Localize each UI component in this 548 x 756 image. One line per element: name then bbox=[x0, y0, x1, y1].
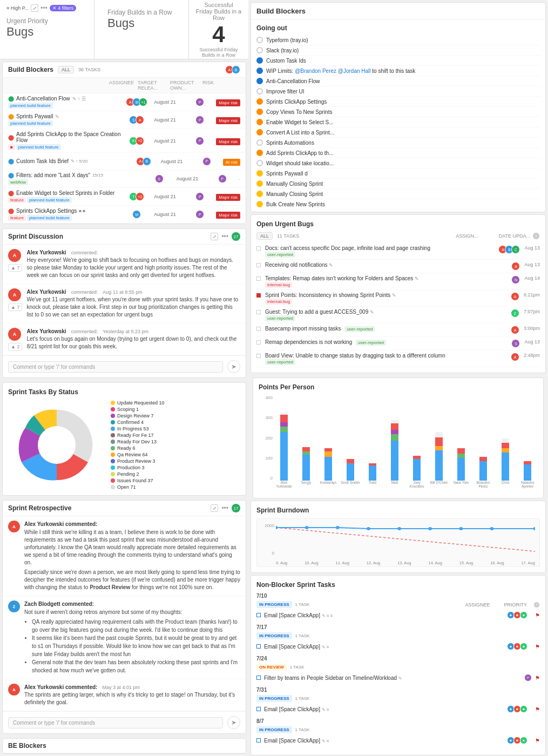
retro-message: Z Zach Blodgett commented: Not sure if w… bbox=[3, 596, 246, 679]
urgent-bug-row: Sprint Points: Inconsistency in showing … bbox=[256, 290, 540, 307]
retro-author-avatar-3: A bbox=[8, 684, 20, 696]
svg-point-8 bbox=[428, 527, 432, 530]
table-row: ⬤ Sprints Paywall ✎ planned build featur… bbox=[3, 111, 246, 129]
filter-all[interactable]: ALL bbox=[58, 66, 74, 73]
task-count: 36 TASKS bbox=[78, 67, 100, 72]
open-urgent-bugs-title: Open Urgent Bugs bbox=[256, 220, 314, 228]
comment-count: 27 bbox=[232, 232, 240, 241]
non-blocker-title: Non-Blocker Sprint Tasks bbox=[256, 581, 540, 589]
table-row: ⬤ Sprints ClickApp Settings ■ ■ featurep… bbox=[3, 206, 246, 224]
retro-expand-btn[interactable]: ⤢ bbox=[211, 504, 218, 512]
discussion-message: A ▲ 2 Alex Yurkowski commented: Yesterda… bbox=[3, 323, 246, 355]
build-blockers-right-title: Build Blockers bbox=[251, 3, 545, 20]
left-panel-title: Urgent Priority Bugs bbox=[6, 17, 87, 39]
nb-week-717: 7/17 IN PROGRESS 1 TASK Email [Space Cli… bbox=[256, 624, 540, 651]
table-row: ⬤ Custom Task Ids Brief ✎ ↑ 5/20 AB Augu… bbox=[3, 153, 246, 170]
pie-chart bbox=[8, 402, 105, 488]
author-avatar: A bbox=[8, 288, 21, 301]
urgent-bug-row: Receiving old notifications ✎ A Aug 13 bbox=[256, 260, 540, 273]
svg-point-1 bbox=[38, 426, 76, 464]
nb-week-731: 7/31 IN PROGRESS 1 TASK Email [Space Cli… bbox=[256, 687, 540, 714]
discussion-message: A ▲ 7 Alex Yurkowski commented: Hey ever… bbox=[3, 245, 246, 284]
points-per-person-title: Points Per Person bbox=[259, 383, 538, 391]
urgent-bug-row: Remap dependencies is not working user-r… bbox=[256, 337, 540, 350]
ub-count: 11 TASKS bbox=[277, 233, 299, 239]
urgent-bug-row: Templates: Remap dates isn't working for… bbox=[256, 273, 540, 290]
send-comment-btn[interactable]: ➤ bbox=[227, 360, 240, 373]
table-row: ⬤ Filters: add more "Last X days" 15/15 … bbox=[3, 170, 246, 188]
upvote-btn[interactable]: ▲ 2 bbox=[8, 343, 22, 350]
urgent-bug-row: Docs: can't access specific Doc page, in… bbox=[256, 243, 540, 260]
x-axis-labels: Alex Yurkowski Sergiy Kostiantyn Scott S… bbox=[274, 481, 538, 492]
svg-point-3 bbox=[276, 526, 278, 529]
svg-point-7 bbox=[397, 527, 401, 530]
author-avatar: A bbox=[8, 328, 21, 341]
retro-message: A Alex Yurkowski commented: While I stil… bbox=[3, 516, 246, 596]
going-out-list: Typeform (tray.io) Slack (tray.io) Custo… bbox=[256, 35, 540, 210]
svg-point-5 bbox=[336, 526, 340, 529]
svg-point-6 bbox=[367, 527, 370, 530]
build-blockers-title: Build Blockers bbox=[8, 66, 53, 73]
table-row: ⬤ Enable Widget to Select Sprints in Fol… bbox=[3, 188, 246, 206]
svg-point-9 bbox=[459, 527, 463, 530]
retro-author-avatar: A bbox=[8, 521, 20, 532]
retro-author-avatar-2: Z bbox=[8, 600, 20, 612]
urgent-bug-row: Board View: Unable to change status by d… bbox=[256, 350, 540, 367]
nb-week-710: 7/10 IN PROGRESS 1 TASK ASSIGNEE PRIORIT… bbox=[256, 593, 540, 620]
burndown-chart: 2000 0 bbox=[256, 518, 540, 567]
urgent-bug-row: Guest: Trying to add a guest ACCESS_009 … bbox=[256, 307, 540, 323]
svg-point-11 bbox=[533, 527, 535, 530]
table-row: ⬤ Add Sprints ClickApp to the Space Crea… bbox=[3, 129, 246, 153]
retro-comment-input[interactable]: Comment or type '/' for commands bbox=[8, 717, 223, 728]
retro-send-btn[interactable]: ➤ bbox=[227, 716, 240, 729]
comment-input[interactable]: Comment or type '/' for commands bbox=[8, 361, 223, 373]
urgent-bug-row: Basecamp import missing tasks user-repor… bbox=[256, 323, 540, 337]
ub-filter[interactable]: ALL bbox=[256, 232, 273, 240]
points-bar-chart bbox=[274, 395, 538, 481]
retro-count-badge: 17 bbox=[232, 504, 240, 512]
more-btn[interactable]: ••• bbox=[221, 233, 228, 240]
assignee-avatar-group: A B bbox=[227, 65, 240, 74]
svg-point-4 bbox=[305, 526, 309, 529]
svg-point-10 bbox=[490, 527, 494, 530]
more-icon[interactable]: ••• bbox=[40, 4, 48, 12]
discussion-message: A ▲ 7 Alex Yurkowski commented: Aug 11 a… bbox=[3, 284, 246, 323]
svg-line-2 bbox=[276, 528, 535, 551]
table-row: ⬤ Anti-Cancellation Flow ✎ ↑ ☰ planned b… bbox=[3, 93, 246, 111]
retro-message: A Alex Yurkowski commented: May 3 at 4:0… bbox=[3, 679, 246, 711]
filters-badge[interactable]: ✕ 4 filters bbox=[50, 5, 77, 11]
high-priority-label: ≡ High P... bbox=[6, 5, 29, 11]
nb-week-724: 7/24 ON REVIEW 1 TASK Filter by teams in… bbox=[256, 656, 540, 683]
sprint-tasks-title: Sprint Tasks By Status bbox=[8, 388, 240, 396]
sprint-retro-title: Sprint Retrospective bbox=[8, 504, 71, 512]
sprint-discussion-title: Sprint Discussion bbox=[8, 233, 63, 240]
be-blockers-title: BE Blockers bbox=[8, 742, 46, 750]
expand-icon[interactable]: ⤢ bbox=[31, 4, 38, 12]
author-avatar: A bbox=[8, 249, 21, 262]
sprint-burndown-title: Sprint Burndown bbox=[256, 507, 540, 514]
retro-more-btn[interactable]: ••• bbox=[221, 504, 228, 512]
upvote-btn[interactable]: ▲ 7 bbox=[8, 303, 22, 311]
nb-week-87: 8/7 IN PROGRESS 1 TASK Email [Space Clic… bbox=[256, 718, 540, 745]
upvote-btn[interactable]: ▲ 7 bbox=[8, 264, 22, 272]
expand-btn[interactable]: ⤢ bbox=[211, 233, 218, 240]
pie-legend: Update Requested 10 Scoping 1 Design Rev… bbox=[111, 400, 165, 490]
going-out-subtitle: Going out bbox=[256, 24, 540, 32]
